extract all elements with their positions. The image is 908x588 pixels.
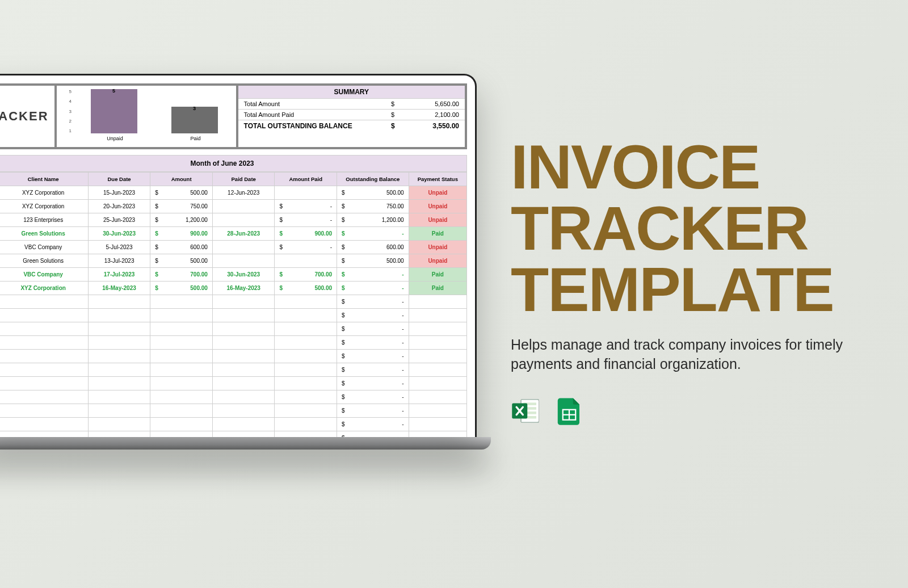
table-row: XYZ Corporation15-Jun-2023$500.0012-Jun-… <box>0 186 467 200</box>
laptop-mockup: TRACKER 54321 53 UnpaidPaid SUMMARY Tota… <box>0 74 488 450</box>
table-header-cell: Due Date <box>88 173 150 186</box>
status-badge: Unpaid <box>409 241 466 254</box>
chart-bars: 53 <box>79 89 229 133</box>
format-icons <box>511 396 874 426</box>
table-header-cell: Amount <box>150 173 213 186</box>
table-row: Green Solutions30-Jun-2023$900.0028-Jun-… <box>0 227 467 241</box>
summary-box: SUMMARY Total Amount$5,650.00Total Amoun… <box>236 86 465 147</box>
table-row: XYZ Corporation20-Jun-2023$750.00$-$750.… <box>0 200 467 213</box>
month-header: Month of June 2023 <box>0 155 467 172</box>
invoice-table: berClient NameDue DateAmountPaid DateAmo… <box>0 172 467 437</box>
sheets-icon <box>554 396 585 426</box>
table-row: Green Solutions13-Jul-2023$500.00$500.00… <box>0 254 467 268</box>
table-header-cell: Amount Paid <box>275 173 337 186</box>
status-badge: Unpaid <box>409 213 466 227</box>
top-frame: TRACKER 54321 53 UnpaidPaid SUMMARY Tota… <box>0 83 467 149</box>
table-row: $- <box>0 404 467 418</box>
summary-row: Total Amount Paid$2,100.00 <box>238 110 465 120</box>
status-badge: Unpaid <box>409 254 466 268</box>
table-row: $- <box>0 377 467 390</box>
promo-subtitle: Helps manage and track company invoices … <box>511 335 874 374</box>
summary-total: TOTAL OUTSTANDING BALANCE$3,550.00 <box>238 120 465 132</box>
excel-icon <box>511 396 541 426</box>
table-header-cell: Payment Status <box>409 173 466 186</box>
table-row: $- <box>0 363 467 377</box>
table-row: $- <box>0 350 467 363</box>
table-row: VBC Company17-Jul-2023$700.0030-Jun-2023… <box>0 268 467 282</box>
status-badge: Paid <box>409 268 466 282</box>
status-bar-chart: 54321 53 UnpaidPaid <box>54 86 236 147</box>
status-badge: Paid <box>409 282 466 295</box>
status-badge: Unpaid <box>409 200 466 213</box>
summary-rows: Total Amount$5,650.00Total Amount Paid$2… <box>238 99 465 132</box>
tracker-title: TRACKER <box>0 86 54 147</box>
table-header-cell: Outstanding Balance <box>337 173 409 186</box>
status-badge: Paid <box>409 227 466 241</box>
table-row: 123 Enterprises25-Jun-2023$1,200.00$-$1,… <box>0 213 467 227</box>
table-row: VBC Company5-Jul-2023$600.00$-$600.00Unp… <box>0 241 467 254</box>
table-header-cell: Paid Date <box>212 173 275 186</box>
promo-title-line3: TEMPLATE <box>511 254 834 324</box>
table-row: $- <box>0 309 467 322</box>
chart-y-axis: 54321 <box>69 89 72 133</box>
promo-title-line2: TRACKER <box>511 193 808 263</box>
promo-title-line1: INVOICE <box>511 132 759 201</box>
chart-x-labels: UnpaidPaid <box>69 136 232 141</box>
table-row: XYZ Corporation16-May-2023$500.0016-May-… <box>0 282 467 295</box>
table-header-cell: Client Name <box>0 173 88 186</box>
table-body: XYZ Corporation15-Jun-2023$500.0012-Jun-… <box>0 186 467 438</box>
promo-panel: INVOICE TRACKER TEMPLATE Helps manage an… <box>511 136 874 426</box>
table-header-row: berClient NameDue DateAmountPaid DateAmo… <box>0 173 467 186</box>
status-badge: Unpaid <box>409 186 466 200</box>
table-row: $- <box>0 390 467 404</box>
laptop-base <box>0 437 491 450</box>
table-row: $- <box>0 418 467 431</box>
laptop-screen: TRACKER 54321 53 UnpaidPaid SUMMARY Tota… <box>0 74 477 437</box>
table-row: $- <box>0 295 467 309</box>
summary-row: Total Amount$5,650.00 <box>238 99 465 110</box>
table-row: $- <box>0 336 467 350</box>
summary-title: SUMMARY <box>238 86 465 99</box>
promo-title: INVOICE TRACKER TEMPLATE <box>511 136 874 320</box>
table-row: $- <box>0 322 467 336</box>
table-row: $- <box>0 431 467 438</box>
